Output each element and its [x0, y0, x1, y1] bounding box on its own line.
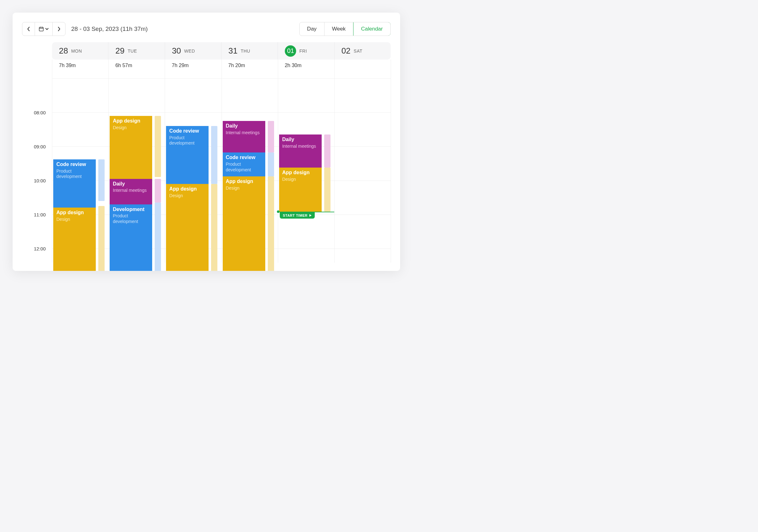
lane-side: [211, 79, 217, 263]
time-shadow: [98, 206, 105, 271]
today-badge: 01: [285, 45, 296, 57]
time-shadow: [211, 126, 217, 184]
event-project: Design: [56, 217, 93, 222]
time-shadow: [268, 152, 274, 176]
tab-day[interactable]: Day: [300, 22, 325, 36]
event-title: Development: [113, 206, 149, 213]
day-of-week: WED: [184, 49, 195, 53]
calendar-event[interactable]: DailyInternal meetings: [110, 179, 152, 204]
day-lane[interactable]: [334, 79, 391, 263]
time-shadow: [155, 116, 161, 177]
day-header[interactable]: 30WED: [165, 42, 222, 59]
calendar-event[interactable]: DevelopmentProduct development: [110, 204, 152, 271]
start-timer-button[interactable]: START TIMER: [280, 212, 315, 218]
lane-side: [268, 79, 274, 263]
calendar-icon: [39, 26, 44, 31]
time-shadow: [324, 168, 330, 212]
time-shadow: [268, 121, 274, 152]
day-headers: 28MON29TUE30WED31THU01FRI02SAT: [52, 42, 391, 59]
time-shadow: [268, 176, 274, 271]
day-number: 02: [341, 46, 351, 56]
start-timer-label: START TIMER: [283, 214, 308, 217]
event-project: Product development: [56, 169, 93, 180]
day-line: [391, 59, 391, 263]
event-project: Internal meetings: [282, 144, 319, 149]
day-lane[interactable]: DailyInternal meetingsApp designDesignST…: [278, 79, 334, 263]
day-number: 30: [172, 46, 181, 56]
time-tick: 12:00: [22, 246, 52, 251]
time-tick: 08:00: [22, 110, 52, 115]
lane-main: App designDesignDailyInternal meetingsDe…: [110, 79, 152, 263]
calendar-event[interactable]: App designDesign: [223, 176, 265, 271]
day-lane[interactable]: Code reviewProduct developmentApp design…: [52, 79, 108, 263]
play-icon: [309, 214, 312, 217]
event-title: Daily: [226, 123, 262, 129]
event-title: Daily: [113, 181, 149, 187]
event-title: Code review: [226, 154, 262, 161]
next-button[interactable]: [52, 22, 65, 36]
event-title: App design: [113, 118, 149, 124]
view-tabs: Day Week Calendar: [299, 22, 391, 36]
time-tick: 11:00: [22, 212, 52, 217]
event-title: Code review: [169, 128, 205, 135]
event-project: Product development: [113, 213, 149, 224]
calendar-card: 28 - 03 Sep, 2023 (11h 37m) Day Week Cal…: [13, 13, 400, 271]
event-project: Design: [282, 177, 319, 183]
day-header[interactable]: 29TUE: [108, 42, 165, 59]
tab-week[interactable]: Week: [325, 22, 354, 36]
day-total: [334, 63, 391, 72]
events-grid[interactable]: Code reviewProduct developmentApp design…: [52, 79, 391, 263]
day-header[interactable]: 01FRI: [278, 42, 334, 59]
tab-calendar[interactable]: Calendar: [353, 22, 391, 36]
day-header[interactable]: 28MON: [52, 42, 108, 59]
day-header[interactable]: 31THU: [222, 42, 278, 59]
day-lane[interactable]: Code reviewProduct developmentApp design…: [165, 79, 221, 263]
event-title: App design: [282, 169, 319, 176]
calendar-event[interactable]: Code reviewProduct development: [53, 159, 96, 208]
calendar-event[interactable]: App designDesign: [166, 184, 209, 271]
time-shadow: [98, 159, 105, 201]
event-title: App design: [56, 210, 93, 216]
time-shadow: [155, 203, 161, 271]
day-total: 7h 29m: [165, 63, 221, 72]
day-number: 28: [59, 46, 68, 56]
svg-rect-0: [39, 27, 43, 31]
lane-main: Code reviewProduct developmentApp design…: [166, 79, 209, 263]
date-nav: [22, 22, 65, 36]
event-project: Internal meetings: [113, 188, 149, 193]
event-title: Code review: [56, 161, 93, 168]
prev-button[interactable]: [22, 22, 35, 36]
chevron-left-icon: [27, 26, 31, 31]
day-total: 2h 30m: [278, 63, 334, 72]
grid-area: 28MON29TUE30WED31THU01FRI02SAT 7h 39m6h …: [52, 42, 391, 263]
chevron-right-icon: [57, 26, 61, 31]
day-of-week: SAT: [354, 49, 362, 53]
event-title: App design: [226, 178, 262, 185]
calendar-event[interactable]: App designDesign: [110, 116, 152, 179]
day-lane[interactable]: App designDesignDailyInternal meetingsDe…: [108, 79, 165, 263]
day-lane[interactable]: DailyInternal meetingsCode reviewProduct…: [222, 79, 278, 263]
event-title: Daily: [282, 136, 319, 143]
calendar-event[interactable]: Code reviewProduct development: [223, 152, 265, 176]
event-project: Internal meetings: [226, 130, 262, 136]
day-header[interactable]: 02SAT: [334, 42, 391, 59]
calendar-event[interactable]: App designDesign: [53, 208, 96, 271]
day-of-week: FRI: [299, 49, 307, 53]
lane-side: [324, 79, 330, 263]
topbar-left: 28 - 03 Sep, 2023 (11h 37m): [22, 22, 148, 36]
lane-side: [98, 79, 105, 263]
time-tick: 10:00: [22, 178, 52, 183]
event-project: Design: [226, 185, 262, 191]
date-range-label: 28 - 03 Sep, 2023 (11h 37m): [71, 25, 148, 32]
calendar-event[interactable]: Code reviewProduct development: [166, 126, 209, 184]
time-shadow: [324, 135, 330, 168]
day-of-week: MON: [71, 49, 82, 53]
timeline: 08:0009:0010:0011:0012:00 28MON29TUE30WE…: [22, 42, 391, 263]
time-shadow: [155, 179, 161, 203]
calendar-event[interactable]: App designDesign: [279, 168, 322, 212]
calendar-event[interactable]: DailyInternal meetings: [279, 135, 322, 168]
day-of-week: TUE: [127, 49, 137, 53]
date-picker-button[interactable]: [35, 22, 52, 36]
calendar-event[interactable]: DailyInternal meetings: [223, 121, 265, 152]
event-project: Design: [113, 125, 149, 131]
